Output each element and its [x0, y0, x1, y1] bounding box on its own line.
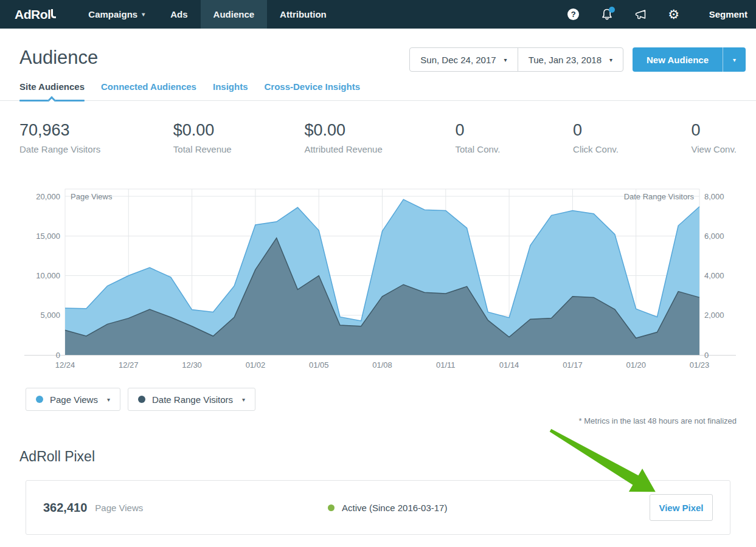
page-header: Audience Sun, Dec 24, 2017 ▾ Tue, Jan 23…: [0, 29, 756, 69]
adroll-logo-curl-icon: [51, 9, 56, 18]
nav-item-attribution-label: Attribution: [280, 9, 327, 19]
adroll-logo-text: AdRol: [15, 7, 50, 22]
stat-date-range-visitors: 70,963 Date Range Visitors: [19, 121, 100, 154]
legend-date-range-visitors-dropdown[interactable]: Date Range Visitors ▾: [128, 388, 255, 411]
view-pixel-button[interactable]: View Pixel: [650, 494, 713, 521]
stat-value: $0.00: [304, 121, 382, 140]
chevron-down-icon: ▾: [609, 57, 612, 63]
segment-menu[interactable]: Segment: [709, 9, 747, 19]
date-range-picker: Sun, Dec 24, 2017 ▾ Tue, Jan 23, 2018 ▾: [409, 47, 623, 72]
nav-item-ads[interactable]: Ads: [158, 0, 200, 29]
stat-value: 0: [692, 121, 737, 140]
legend-date-range-visitors-label: Date Range Visitors: [152, 394, 233, 405]
adroll-logo[interactable]: AdRol: [0, 0, 72, 29]
settings-button[interactable]: ⚙: [667, 8, 681, 21]
new-audience-button[interactable]: New Audience: [633, 47, 723, 72]
pixel-status: Active (Since 2016-03-17): [328, 503, 447, 513]
x-axis-tick: 01/08: [372, 360, 392, 370]
tab-connected-audiences[interactable]: Connected Audiences: [101, 81, 196, 100]
chevron-down-icon: ▾: [242, 396, 245, 403]
left-axis-tick: 10,000: [36, 271, 60, 280]
date-start-picker[interactable]: Sun, Dec 24, 2017 ▾: [410, 48, 518, 71]
x-axis-tick: 12/27: [119, 360, 139, 370]
right-axis-tick: 6,000: [704, 232, 724, 241]
nav-item-campaigns[interactable]: Campaigns ▾: [75, 0, 158, 29]
notifications-button[interactable]: [600, 8, 614, 21]
announcements-button[interactable]: [634, 8, 647, 21]
stat-click-conv: 0 Click Conv.: [573, 121, 619, 154]
x-axis-tick: 01/23: [690, 360, 710, 370]
nav-item-campaigns-label: Campaigns: [88, 9, 137, 19]
right-axis-tick: 4,000: [704, 271, 724, 280]
x-axis-tick: 01/11: [436, 360, 456, 370]
nav-item-attribution[interactable]: Attribution: [267, 0, 339, 29]
date-range-visitors-series-dot-icon: [138, 396, 145, 403]
stat-label: Attributed Revenue: [304, 144, 382, 154]
stats-row: 70,963 Date Range Visitors $0.00 Total R…: [0, 101, 756, 154]
pixel-page-views-label: Page Views: [95, 503, 143, 513]
x-axis-tick: 01/02: [246, 360, 266, 370]
tab-insights[interactable]: Insights: [213, 81, 248, 100]
x-axis-tick: 01/17: [563, 360, 583, 370]
main-nav: Campaigns ▾ Ads Audience Attribution: [75, 0, 339, 29]
stat-attributed-revenue: $0.00 Attributed Revenue: [304, 121, 382, 154]
stat-label: Total Revenue: [173, 144, 232, 154]
stat-value: 0: [573, 121, 619, 140]
adroll-pixel-card: 362,410 Page Views Active (Since 2016-03…: [26, 480, 730, 535]
adroll-pixel-section: AdRoll Pixel 362,410 Page Views Active (…: [0, 449, 756, 535]
gear-icon: ⚙: [668, 8, 679, 21]
stat-value: $0.00: [173, 121, 232, 140]
stat-value: 0: [455, 121, 500, 140]
x-axis-tick: 01/05: [309, 360, 329, 370]
header-controls: Sun, Dec 24, 2017 ▾ Tue, Jan 23, 2018 ▾ …: [409, 47, 746, 72]
date-start-label: Sun, Dec 24, 2017: [420, 55, 496, 65]
stat-label: Total Conv.: [455, 144, 500, 154]
tab-insights-label: Insights: [213, 81, 248, 92]
tab-connected-audiences-label: Connected Audiences: [101, 81, 196, 92]
date-end-picker[interactable]: Tue, Jan 23, 2018 ▾: [518, 48, 623, 71]
left-axis-title: Page Views: [71, 192, 113, 201]
tab-cross-device-insights[interactable]: Cross-Device Insights: [264, 81, 360, 100]
megaphone-icon: [634, 9, 647, 21]
x-axis-tick: 12/30: [182, 360, 202, 370]
date-end-label: Tue, Jan 23, 2018: [529, 55, 602, 65]
chevron-down-icon: ▾: [504, 57, 507, 63]
right-axis-tick: 8,000: [704, 192, 724, 201]
stat-label: Click Conv.: [573, 144, 619, 154]
chevron-down-icon: ▾: [142, 11, 145, 18]
new-audience-split-button: New Audience ▾: [633, 47, 746, 72]
chevron-down-icon: ▾: [733, 57, 736, 63]
legend-page-views-dropdown[interactable]: Page Views ▾: [26, 388, 120, 411]
stat-view-conv: 0 View Conv.: [692, 121, 737, 154]
help-icon: ?: [567, 9, 579, 20]
help-button[interactable]: ?: [567, 8, 580, 21]
adroll-pixel-title: AdRoll Pixel: [19, 449, 737, 465]
nav-item-ads-label: Ads: [170, 9, 187, 19]
audience-area-chart: 05,00010,00015,00020,00002,0004,0006,000…: [0, 188, 756, 373]
nav-item-audience-label: Audience: [213, 9, 255, 19]
x-axis-tick: 01/20: [626, 360, 646, 370]
pixel-page-views-value: 362,410: [43, 501, 87, 515]
legend-page-views-label: Page Views: [50, 394, 98, 405]
top-navbar: AdRol Campaigns ▾ Ads Audience Attributi…: [0, 0, 756, 29]
nav-item-audience[interactable]: Audience: [201, 0, 268, 29]
stat-total-revenue: $0.00 Total Revenue: [173, 121, 232, 154]
x-axis-tick: 01/14: [499, 360, 519, 370]
stat-label: Date Range Visitors: [19, 144, 100, 154]
chart-legend: Page Views ▾ Date Range Visitors ▾: [0, 388, 756, 411]
chevron-down-icon: ▾: [107, 396, 110, 403]
navbar-right-controls: ? ⚙ Segment: [567, 0, 756, 29]
status-active-dot-icon: [328, 504, 335, 511]
stat-label: View Conv.: [692, 144, 737, 154]
pixel-status-text: Active (Since 2016-03-17): [342, 503, 447, 513]
page-views-series-dot-icon: [36, 396, 43, 403]
left-axis-tick: 0: [56, 351, 60, 360]
new-audience-caret-button[interactable]: ▾: [723, 47, 746, 72]
audience-tabs: Site Audiences Connected Audiences Insig…: [0, 81, 756, 101]
notification-badge: [609, 7, 615, 13]
tab-site-audiences[interactable]: Site Audiences: [19, 81, 85, 100]
chart-section: 05,00010,00015,00020,00002,0004,0006,000…: [0, 188, 756, 373]
right-axis-tick: 0: [704, 351, 709, 360]
right-axis-tick: 2,000: [704, 311, 724, 320]
tab-site-audiences-label: Site Audiences: [19, 81, 85, 92]
